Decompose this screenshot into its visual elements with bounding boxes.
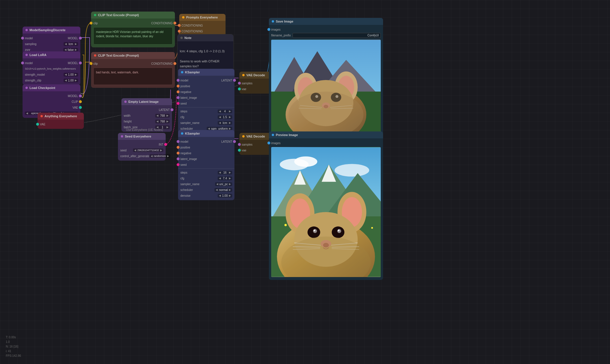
- images-preview-label: images: [271, 142, 280, 145]
- steps-ks1-stepper[interactable]: ◀ 4 ▶: [218, 109, 232, 113]
- port-vae-vae2[interactable]: [238, 149, 241, 152]
- seed-ks2-label: seed: [180, 163, 187, 166]
- port-samples-vae1[interactable]: [238, 82, 241, 85]
- denoise-ks2-label: denoise: [180, 194, 191, 197]
- width-stepper[interactable]: ◀ 768 ▶: [155, 114, 170, 118]
- status-dot-note: [180, 37, 183, 39]
- status-dot-lora: [25, 54, 28, 56]
- port-latent-out-ks2[interactable]: [233, 140, 236, 143]
- node-anything-everywhere: Anything Everywhere VAE: [38, 113, 84, 129]
- node-prompts-everywhere-title: Prompts Everywhere: [186, 16, 218, 19]
- port-positive-ks1[interactable]: [177, 85, 180, 88]
- steps-ks1-label: steps: [180, 110, 187, 113]
- status-dot-ksampler1: [181, 71, 183, 73]
- status-dot-vae2: [242, 135, 245, 138]
- port-latent-out[interactable]: [171, 108, 173, 111]
- zsnr-stepper[interactable]: ◀ false ▶: [63, 48, 78, 52]
- svg-point-26: [294, 157, 317, 167]
- port-negative-ks2[interactable]: [177, 152, 180, 155]
- port-latent-in-ks2[interactable]: [177, 157, 180, 160]
- clip-port-label-neg: clip: [93, 62, 98, 65]
- strength-clip-stepper[interactable]: ◀ 1.00 ▶: [64, 79, 78, 82]
- node-empty-latent-title: Empty Latent Image: [128, 100, 159, 103]
- negative-prompt-text[interactable]: bad hands, text, watermark, dark.: [93, 68, 173, 85]
- node-clip-encode-negative-header: CLIP Text Encode (Prompt): [91, 52, 175, 59]
- svg-point-48: [314, 230, 315, 231]
- cfg-ks2-stepper[interactable]: ◀ 7.4 ▶: [218, 177, 232, 180]
- cfg-ks1-stepper[interactable]: ◀ 1.5 ▶: [218, 115, 232, 119]
- i-info: i: 41: [6, 349, 21, 354]
- node-model-sampling-title: ModelSamplingDiscrete: [29, 28, 66, 32]
- svg-point-27: [334, 164, 369, 177]
- status-dot-model-sampling: [25, 29, 28, 31]
- node-vae-decode-2-title: VAE Decode: [246, 135, 265, 138]
- model-ks1-label: model: [180, 79, 188, 82]
- node-load-lora-header: Load LoRA: [23, 51, 80, 58]
- sampler-ks2-stepper[interactable]: ◀ uni_pc ▶: [215, 182, 232, 186]
- sampling-label: sampling: [25, 42, 36, 46]
- port-int-out[interactable]: [164, 143, 167, 146]
- port-seed-ks2[interactable]: [177, 163, 180, 166]
- scheduler-ks2-stepper[interactable]: ◀ normal ▶: [215, 188, 232, 192]
- port-latent-in-ks1[interactable]: [177, 96, 180, 99]
- steps-ks2-label: steps: [180, 171, 187, 174]
- port-vae-in[interactable]: [36, 123, 39, 126]
- port-model-out-lora[interactable]: [79, 62, 82, 64]
- bottom-info: T: 0.00s 1.0 N: 16 [16] i: 41 FPS:142.86: [6, 335, 21, 358]
- timing-info: T: 0.00s: [6, 335, 21, 340]
- node-save-image-title: Save Image: [276, 20, 293, 23]
- port-images-preview[interactable]: [267, 142, 270, 144]
- port-negative-ks1[interactable]: [177, 90, 180, 93]
- model-out-label: MODEL: [68, 37, 78, 40]
- positive-prompt-text[interactable]: masterpiece HDR Victorian portrait paint…: [93, 27, 173, 44]
- strength-model-stepper[interactable]: ◀ 1.00 ▶: [64, 73, 78, 77]
- model-out-ckpt-label: MODEL: [68, 94, 78, 98]
- port-model-out-ckpt[interactable]: [79, 94, 82, 97]
- height-label: height: [124, 120, 132, 123]
- port-clip-in[interactable]: [90, 22, 93, 25]
- node-anything-everywhere-header: Anything Everywhere: [38, 113, 84, 120]
- port-vae-vae1[interactable]: [238, 88, 241, 90]
- seed-stepper[interactable]: ◀ 296261047710432 ▶: [133, 148, 163, 152]
- node-seed-everywhere: Seed Everywhere INT seed ◀ 2962610477104…: [118, 133, 166, 161]
- node-note-title: Note: [184, 36, 191, 40]
- port-seed-ks1[interactable]: [177, 102, 180, 105]
- steps-ks2-stepper[interactable]: ◀ 16 ▶: [218, 171, 232, 174]
- port-latent-out-ks1[interactable]: [233, 79, 236, 82]
- denoise-ks2-stepper[interactable]: ◀ 1.00 ▶: [218, 194, 232, 198]
- int-port-label: INT: [159, 143, 163, 146]
- port-model-in-lora[interactable]: [21, 62, 24, 64]
- port-model-ks1[interactable]: [177, 79, 180, 82]
- latent-in-ks1-label: latent_image: [180, 96, 197, 99]
- port-model-ks2[interactable]: [177, 140, 180, 143]
- port-conditioning-out-neg[interactable]: [173, 62, 176, 65]
- port-positive-ks2[interactable]: [177, 146, 180, 149]
- port-model-out-sampling[interactable]: [79, 37, 82, 40]
- node-save-image-header: Save Image: [269, 18, 383, 25]
- sampler-ks1-stepper[interactable]: ◀ lcm ▶: [218, 121, 232, 125]
- node-model-sampling-header: ModelSamplingDiscrete: [23, 27, 80, 34]
- use-everywhere-label: Use Everywhere (UE Nodes): [119, 128, 171, 131]
- port-images-save[interactable]: [267, 28, 270, 31]
- filename-input[interactable]: ComfyUI: [293, 33, 381, 38]
- port-vae-out-ckpt[interactable]: [79, 106, 82, 109]
- node-ksampler-1: KSampler model LATENT positive: [178, 69, 234, 139]
- sampling-stepper[interactable]: ◀ lcm ▶: [64, 42, 78, 46]
- n-info: N: 16 [16]: [6, 344, 21, 349]
- port-cond2-in[interactable]: [178, 30, 181, 33]
- vae-out-ckpt-label: VAE: [73, 106, 78, 109]
- node-clip-encode-positive-title: CLIP Text Encode (Prompt): [98, 13, 139, 17]
- strength-clip-label: strength_clip: [25, 79, 41, 82]
- port-model-in-sampling[interactable]: [21, 37, 24, 40]
- port-clip-in-neg[interactable]: [90, 62, 93, 65]
- height-stepper[interactable]: ◀ 768 ▶: [155, 120, 170, 123]
- port-cond1-in[interactable]: [178, 24, 181, 27]
- port-conditioning-out[interactable]: [173, 22, 176, 25]
- port-clip-out-ckpt[interactable]: [79, 100, 82, 103]
- preview-image-panel: [271, 147, 381, 277]
- port-samples-vae2[interactable]: [238, 143, 241, 146]
- control-stepper[interactable]: ◀ randomize ▶: [149, 154, 170, 158]
- images-save-label: images: [271, 28, 280, 31]
- conditioning-port-label: CONDITIONING: [151, 22, 173, 25]
- lora-name: SD15+LG:pytorch_lora_weights.safetensors: [25, 67, 76, 70]
